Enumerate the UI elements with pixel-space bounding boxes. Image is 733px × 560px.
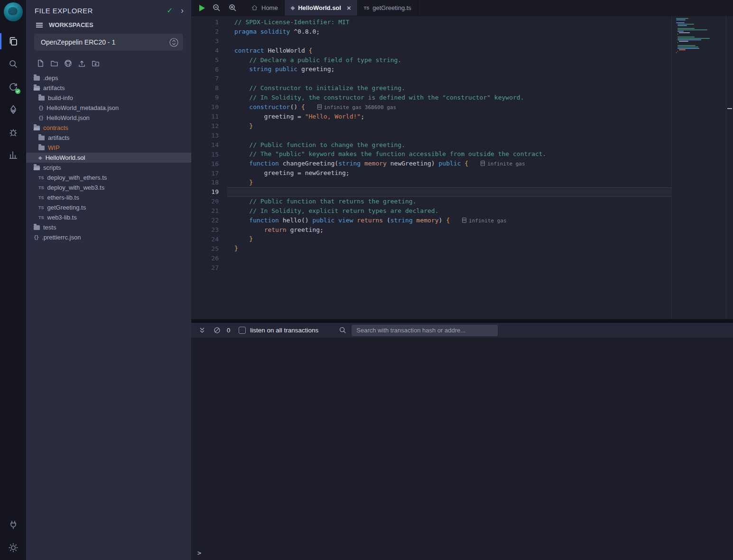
sidebar-item-settings[interactable] (0, 536, 26, 559)
workspaces-row: WORKSPACES (26, 18, 191, 31)
code-line-6[interactable]: string public greeting; (227, 64, 671, 74)
solidity-file-icon: ◆ (38, 155, 42, 160)
code-line-11[interactable]: greeting = "Hello, World!"; (227, 112, 671, 121)
upload-file-icon (78, 59, 86, 67)
code-line-23[interactable]: return greeting; (227, 225, 671, 235)
sidebar-item-plugin-manager[interactable] (0, 144, 26, 166)
typescript-file-icon: TS (38, 175, 44, 180)
code-line-21[interactable]: // In Solidity, explicit return types ar… (227, 206, 671, 216)
ruler-marker (727, 108, 732, 109)
hamburger-menu-icon[interactable] (36, 23, 43, 24)
zoom-in-icon[interactable] (228, 3, 237, 12)
sidebar-item-search[interactable] (0, 53, 26, 75)
terminal-resize-handle[interactable] (191, 319, 733, 323)
tree-item[interactable]: build-info (26, 93, 191, 103)
tree-item[interactable]: contracts (26, 123, 191, 133)
sidebar-item-plugin-connect[interactable] (0, 514, 26, 536)
line-number: 16 (191, 159, 219, 169)
search-icon (8, 58, 19, 70)
code-line-12[interactable]: } (227, 121, 671, 131)
tree-item[interactable]: artifacts (26, 83, 191, 93)
tree-item-label: ethers-lib.ts (47, 194, 79, 201)
code-line-27[interactable] (227, 263, 671, 272)
terminal-body[interactable]: > (191, 338, 733, 560)
code-line-16[interactable]: function changeGreeting(string memory ne… (227, 159, 671, 168)
upload-file-button[interactable] (78, 59, 86, 67)
remix-logo-icon[interactable] (4, 2, 23, 21)
tree-item[interactable]: {}HelloWorld.json (26, 113, 191, 123)
tree-item[interactable]: ◆HelloWorld.sol (26, 153, 191, 163)
line-number: 13 (191, 131, 219, 140)
run-script-button[interactable] (199, 5, 205, 11)
code-line-13[interactable] (227, 131, 671, 140)
line-number: 21 (191, 206, 219, 216)
tree-item[interactable]: tests (26, 222, 191, 232)
clear-console-icon[interactable] (213, 326, 221, 334)
typescript-file-icon: TS (38, 185, 44, 190)
workspace-select[interactable]: OpenZeppelin ERC20 - 1 (34, 34, 183, 51)
code-line-25[interactable]: } (227, 244, 671, 253)
tree-item[interactable]: TSgetGreeting.ts (26, 202, 191, 212)
code-line-26[interactable] (227, 253, 671, 263)
tree-item[interactable]: WIP (26, 143, 191, 153)
minimap-line (677, 51, 678, 52)
listen-transactions-checkbox[interactable] (239, 327, 246, 334)
new-file-button[interactable] (37, 59, 45, 67)
code-line-22[interactable]: function hello() public view returns (st… (227, 216, 671, 225)
tree-item-label: web3-lib.ts (47, 214, 77, 221)
tree-item[interactable]: TSdeploy_with_ethers.ts (26, 173, 191, 183)
code-line-20[interactable]: // Public function that returns the gree… (227, 197, 671, 206)
new-folder-button[interactable] (50, 59, 58, 67)
code-line-15[interactable]: // The "public" keyword makes the functi… (227, 149, 671, 159)
tree-item[interactable]: TSdeploy_with_web3.ts (26, 183, 191, 193)
expand-terminal-icon[interactable] (198, 326, 206, 335)
sidebar-item-solidity-compiler[interactable] (0, 75, 26, 98)
tab-helloworld-sol[interactable]: ◆ HelloWorld.sol × (285, 0, 358, 16)
code-line-2[interactable]: pragma solidity ^0.8.0; (227, 27, 671, 37)
line-number: 15 (191, 150, 219, 159)
check-icon[interactable]: ✓ (167, 6, 173, 15)
zoom-out-icon[interactable] (212, 3, 221, 12)
code-line-10[interactable]: constructor() {infinite gas 368600 gas (227, 102, 671, 112)
folder-icon (38, 136, 45, 140)
code-line-14[interactable]: // Public function to change the greetin… (227, 140, 671, 150)
code-line-17[interactable]: greeting = newGreeting; (227, 168, 671, 178)
tree-item[interactable]: .deps (26, 73, 191, 83)
line-number: 14 (191, 140, 219, 150)
code-line-1[interactable]: // SPDX-License-Identifier: MIT (227, 18, 671, 27)
tab-getgreeting-ts[interactable]: TS getGreeting.ts (358, 0, 418, 16)
code-line-18[interactable]: } (227, 178, 671, 187)
code-line-8[interactable]: // Constructor to initialize the greetin… (227, 83, 671, 93)
code-line-19[interactable] (227, 187, 671, 197)
upload-folder-button[interactable] (92, 59, 100, 67)
transaction-search-input[interactable] (352, 325, 498, 336)
tree-item[interactable]: {}.prettierrc.json (26, 232, 191, 242)
tree-item[interactable]: {}HelloWorld_metadata.json (26, 103, 191, 113)
minimap-line (677, 34, 678, 35)
tree-item[interactable]: scripts (26, 163, 191, 173)
tab-home[interactable]: Home (245, 0, 285, 16)
sidebar-item-file-explorer[interactable] (0, 30, 26, 53)
code-line-7[interactable] (227, 74, 671, 83)
publish-to-gist-button[interactable] (64, 59, 72, 67)
close-tab-icon[interactable]: × (347, 4, 351, 11)
code-line-5[interactable]: // Declare a public field of type string… (227, 55, 671, 65)
tree-item[interactable]: TSweb3-lib.ts (26, 212, 191, 222)
minimap-line (677, 24, 694, 25)
code-lines: // SPDX-License-Identifier: MITpragma so… (227, 16, 671, 319)
code-line-3[interactable] (227, 37, 671, 46)
minimap[interactable] (676, 18, 714, 56)
code-line-24[interactable]: } (227, 234, 671, 244)
line-number: 17 (191, 169, 219, 178)
tree-item[interactable]: TSethers-lib.ts (26, 193, 191, 202)
line-number: 5 (191, 55, 219, 65)
chevron-right-icon[interactable]: › (181, 6, 184, 15)
code-line-9[interactable]: // In Solidity, the constructor is defin… (227, 93, 671, 102)
json-file-icon: {} (38, 105, 43, 110)
tree-item[interactable]: artifacts (26, 133, 191, 143)
folder-open-icon (34, 126, 40, 130)
sidebar-item-deploy-and-run[interactable] (0, 98, 26, 121)
code-line-4[interactable]: contract HelloWorld { (227, 46, 671, 55)
overview-ruler[interactable] (726, 16, 733, 319)
sidebar-item-debugger[interactable] (0, 121, 26, 144)
